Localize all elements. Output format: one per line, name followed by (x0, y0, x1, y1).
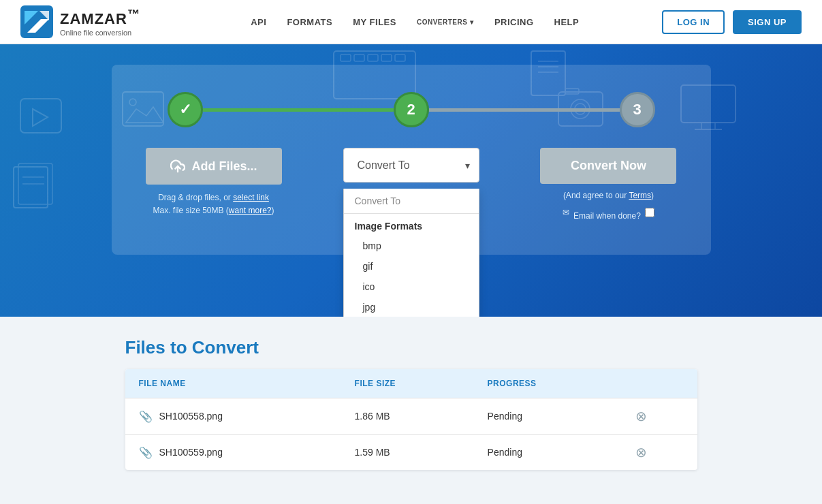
svg-rect-27 (18, 163, 52, 204)
logo-name: ZAMZAR™ (60, 7, 140, 28)
convert-to-select[interactable]: Convert To (343, 148, 479, 183)
file-size-cell: 1.59 MB (341, 435, 474, 471)
header-right: LOG IN SIGN UP (662, 10, 802, 34)
zamzar-logo-icon (20, 5, 53, 38)
table-row: 📎 SH100559.png 1.59 MB Pending ⊗ (125, 435, 697, 471)
email-when-done-checkbox[interactable] (645, 208, 654, 217)
add-files-button[interactable]: Add Files... (146, 148, 282, 185)
svg-rect-8 (381, 54, 392, 61)
file-name-cell: 📎 SH100559.png (125, 435, 341, 471)
logo-subtitle: Online file conversion (60, 29, 140, 37)
dropdown-item-ico[interactable]: ico (344, 277, 479, 297)
col-actions (622, 369, 697, 398)
login-button[interactable]: LOG IN (662, 10, 725, 34)
hint-text: Drag & drop files, or select link Max. f… (153, 191, 274, 217)
step-1-circle: ✓ (168, 92, 203, 127)
col-progress: PROGRESS (474, 369, 622, 398)
select-link[interactable]: select link (233, 193, 269, 202)
file-remove-cell: ⊗ (622, 435, 697, 471)
step-3-circle: 3 (620, 92, 655, 127)
remove-file-button[interactable]: ⊗ (635, 408, 647, 424)
nav-my-files[interactable]: MY FILES (353, 17, 396, 27)
terms-link[interactable]: Terms (629, 191, 651, 200)
logo-area: ZAMZAR™ Online file conversion (20, 5, 140, 38)
nav-converters[interactable]: CONVERTERS ▾ (417, 18, 474, 26)
nav-formats[interactable]: FORMATS (287, 17, 332, 27)
chevron-down-icon: ▾ (470, 18, 474, 26)
want-more-link[interactable]: want more? (229, 206, 272, 215)
email-icon: ✉ (563, 208, 569, 217)
email-when-done-label: Email when done? (573, 211, 641, 221)
table-row: 📎 SH100558.png 1.86 MB Pending ⊗ (125, 398, 697, 435)
nav-pricing[interactable]: PRICING (494, 17, 534, 27)
dropdown-header: Convert To (344, 189, 479, 214)
main-nav: API FORMATS MY FILES CONVERTERS ▾ PRICIN… (168, 17, 662, 27)
svg-rect-9 (395, 54, 405, 61)
convert-now-col: Convert Now (And agree to our Terms) ✉ E… (540, 148, 676, 221)
dropdown-item-gif[interactable]: gif (344, 256, 479, 277)
paperclip-icon: 📎 (139, 446, 153, 459)
svg-rect-6 (354, 54, 364, 61)
svg-marker-11 (33, 109, 48, 126)
dropdown-list[interactable]: Convert To Image Formats bmp gif ico jpg… (343, 189, 479, 317)
svg-rect-26 (14, 167, 48, 208)
step-line-2-3 (429, 108, 620, 112)
terms-text: (And agree to our Terms) (563, 191, 654, 200)
dropdown-item-jpg[interactable]: jpg (344, 297, 479, 317)
file-status-cell: Pending (474, 398, 622, 435)
step-2-circle: 2 (394, 92, 429, 127)
convert-now-button[interactable]: Convert Now (540, 148, 676, 184)
dropdown-item-bmp[interactable]: bmp (344, 236, 479, 256)
step-line-1-2 (203, 108, 394, 112)
remove-file-button[interactable]: ⊗ (635, 444, 647, 460)
main-header: ZAMZAR™ Online file conversion API FORMA… (0, 0, 822, 44)
svg-rect-10 (20, 99, 61, 133)
paperclip-icon: 📎 (139, 410, 153, 423)
email-row: ✉ Email when done? (563, 204, 654, 221)
file-name-cell: 📎 SH100558.png (125, 398, 341, 435)
files-table-body: 📎 SH100558.png 1.86 MB Pending ⊗ 📎 SH100… (125, 398, 697, 471)
file-remove-cell: ⊗ (622, 398, 697, 435)
add-files-col: Add Files... Drag & drop files, or selec… (146, 148, 282, 217)
convert-to-col: Convert To ▾ Convert To Image Formats bm… (343, 148, 479, 183)
files-table: FILE NAME FILE SIZE PROGRESS 📎 SH100558.… (125, 369, 697, 470)
logo-text: ZAMZAR™ Online file conversion (60, 7, 140, 36)
file-size-cell: 1.86 MB (341, 398, 474, 435)
nav-help[interactable]: HELP (554, 17, 580, 27)
file-status-cell: Pending (474, 435, 622, 471)
svg-rect-5 (341, 54, 351, 61)
files-section: Files to Convert FILE NAME FILE SIZE PRO… (112, 337, 711, 470)
converter-box: ✓ 2 3 Add Files... (112, 65, 711, 255)
svg-rect-7 (368, 54, 378, 61)
signup-button[interactable]: SIGN UP (733, 10, 802, 34)
col-filename: FILE NAME (125, 369, 341, 398)
file-name: SH100558.png (159, 411, 223, 422)
upload-icon (170, 159, 185, 174)
action-row: Add Files... Drag & drop files, or selec… (146, 148, 677, 221)
steps-row: ✓ 2 3 (146, 92, 677, 127)
nav-api[interactable]: API (251, 17, 266, 27)
table-header: FILE NAME FILE SIZE PROGRESS (125, 369, 697, 398)
col-filesize: FILE SIZE (341, 369, 474, 398)
files-title: Files to Convert (125, 337, 697, 358)
hero-section: ✓ 2 3 Add Files... (0, 44, 822, 317)
file-name: SH100559.png (159, 447, 223, 458)
dropdown-image-group-label: Image Formats (344, 214, 479, 236)
convert-to-wrapper: Convert To ▾ (343, 148, 479, 183)
